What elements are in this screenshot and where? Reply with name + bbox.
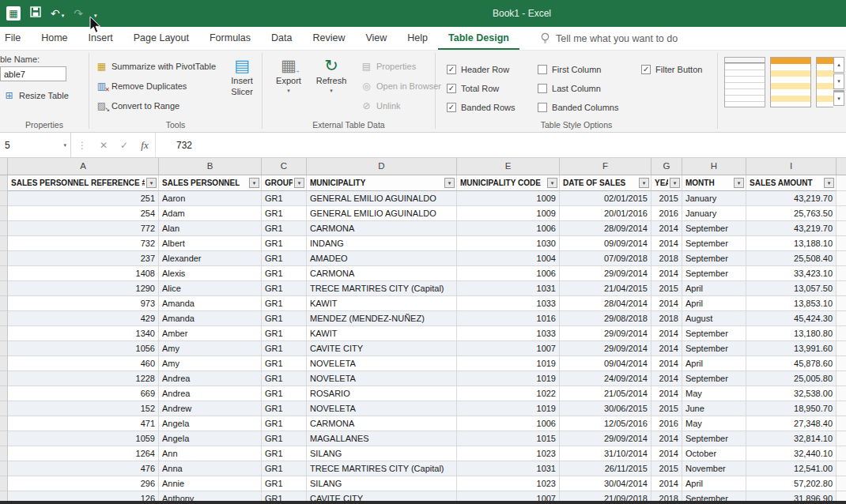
excel-app-icon[interactable]: ▦	[6, 6, 21, 21]
cell-A[interactable]: 1408	[8, 266, 159, 281]
checkbox-box[interactable]: ✓	[447, 84, 456, 93]
cell-D[interactable]: ROSARIO	[307, 386, 457, 401]
cell-B[interactable]: Andrea	[159, 371, 262, 386]
cell-A[interactable]: 1264	[8, 446, 159, 461]
cell-E[interactable]: 1016	[457, 311, 560, 326]
cell-G[interactable]: 2014	[651, 446, 682, 461]
cell-C[interactable]: GR1	[262, 251, 307, 266]
cell-C[interactable]: GR1	[262, 386, 307, 401]
cell-I[interactable]: 43,219.70	[746, 221, 837, 236]
cell-D[interactable]: KAWIT	[307, 296, 457, 311]
cell-D[interactable]: CAVITE CITY	[307, 341, 457, 356]
cell-H[interactable]: June	[682, 401, 746, 416]
row-header[interactable]	[0, 356, 8, 371]
cell-C[interactable]: GR1	[262, 341, 307, 356]
name-box-dropdown-icon[interactable]: ▾	[63, 142, 70, 149]
cell-H[interactable]: September	[682, 341, 746, 356]
checkbox-total-row[interactable]: ✓Total Row	[447, 79, 525, 98]
cell-A[interactable]: 1228	[8, 371, 159, 386]
cell-E[interactable]: 1004	[457, 251, 560, 266]
cell-G[interactable]: 2014	[651, 341, 682, 356]
filter-button[interactable]: ▾	[547, 178, 557, 188]
cell-F[interactable]: 24/09/2014	[560, 371, 651, 386]
row-header[interactable]	[0, 401, 8, 416]
filter-button[interactable]: ▾	[146, 178, 157, 188]
cell-B[interactable]: Andrea	[159, 386, 262, 401]
table-style-thumbnail-3[interactable]	[816, 57, 833, 107]
cell-E[interactable]: 1019	[457, 401, 560, 416]
refresh-dropdown-icon[interactable]: ▾	[330, 88, 333, 95]
cell-G[interactable]: 2014	[651, 356, 682, 371]
checkbox-box[interactable]: ✓	[641, 65, 651, 74]
cell-H[interactable]: April	[682, 296, 746, 311]
cell-E[interactable]: 1006	[457, 416, 560, 431]
table-column-header-municipality[interactable]: MUNICIPALITY▾	[307, 175, 457, 191]
row-header[interactable]	[0, 206, 8, 221]
row-header[interactable]	[0, 281, 8, 296]
cell-B[interactable]: Adam	[159, 206, 262, 221]
cell-C[interactable]: GR1	[262, 461, 307, 476]
cell-H[interactable]: September	[682, 236, 746, 251]
cell-I[interactable]: 12,541.00	[746, 461, 837, 476]
cell-F[interactable]: 30/06/2015	[560, 401, 651, 416]
cell-G[interactable]: 2014	[651, 296, 682, 311]
row-header[interactable]	[0, 221, 8, 236]
cell-A[interactable]: 251	[8, 191, 159, 206]
export-dropdown-icon[interactable]: ▾	[287, 88, 290, 95]
cell-A[interactable]: 1059	[8, 431, 159, 446]
gallery-scroll-up-button[interactable]: ▴	[833, 57, 844, 73]
table-column-header-year[interactable]: YEAR▾	[651, 175, 682, 191]
row-header[interactable]	[0, 476, 8, 491]
cell-F[interactable]: 26/11/2015	[560, 461, 651, 476]
cell-C[interactable]: GR1	[262, 191, 307, 206]
cell-A[interactable]: 254	[8, 206, 159, 221]
table-column-header-month[interactable]: MONTH▾	[682, 175, 746, 191]
cell-E[interactable]: 1023	[457, 446, 560, 461]
tab-home[interactable]: Home	[31, 27, 77, 50]
cell-I[interactable]: 45,878.60	[746, 356, 837, 371]
cell-D[interactable]: SILANG	[307, 476, 457, 491]
cell-G[interactable]: 2014	[651, 236, 682, 251]
cell-H[interactable]: October	[682, 446, 746, 461]
cell-I[interactable]: 27,348.40	[746, 416, 837, 431]
table-style-thumbnail-2[interactable]	[770, 57, 811, 107]
row-header[interactable]	[0, 461, 8, 476]
column-header-F[interactable]: F	[560, 158, 651, 175]
cell-B[interactable]: Alexis	[159, 266, 262, 281]
cell-G[interactable]: 2018	[651, 251, 682, 266]
row-header[interactable]	[0, 251, 8, 266]
cell-A[interactable]: 296	[8, 476, 159, 491]
cell-I[interactable]: 13,180.80	[746, 326, 837, 341]
row-header[interactable]	[0, 191, 8, 206]
cell-G[interactable]: 2014	[651, 431, 682, 446]
cell-D[interactable]: AMADEO	[307, 251, 457, 266]
table-name-input[interactable]	[0, 66, 66, 81]
cell-C[interactable]: GR1	[262, 416, 307, 431]
cell-C[interactable]: GR1	[262, 431, 307, 446]
checkbox-box[interactable]	[538, 84, 547, 93]
convert-to-range-button[interactable]: ▨↘ Convert to Range	[93, 96, 219, 115]
row-header[interactable]	[0, 446, 8, 461]
filter-button[interactable]: ▾	[249, 178, 259, 188]
cell-B[interactable]: Amanda	[159, 296, 262, 311]
tab-formulas[interactable]: Formulas	[199, 27, 261, 50]
cell-C[interactable]: GR1	[262, 236, 307, 251]
filter-button[interactable]: ▾	[734, 178, 744, 188]
cell-B[interactable]: Angela	[159, 431, 262, 446]
checkbox-last-column[interactable]: Last Column	[538, 79, 629, 98]
cell-G[interactable]: 2015	[651, 461, 682, 476]
select-all-corner[interactable]	[0, 158, 8, 175]
cell-E[interactable]: 1006	[457, 266, 560, 281]
tab-data[interactable]: Data	[261, 27, 302, 50]
cell-D[interactable]: MAGALLANES	[307, 431, 457, 446]
cell-A[interactable]: 471	[8, 416, 159, 431]
cell-G[interactable]: 2016	[651, 206, 682, 221]
cell-A[interactable]: 476	[8, 461, 159, 476]
cell-H[interactable]: April	[682, 476, 746, 491]
cell-F[interactable]: 09/04/2014	[560, 356, 651, 371]
cell-C[interactable]: GR1	[262, 311, 307, 326]
cell-C[interactable]: GR1	[262, 281, 307, 296]
row-header[interactable]	[0, 326, 8, 341]
row-header[interactable]	[0, 236, 8, 251]
cell-E[interactable]: 1019	[457, 356, 560, 371]
